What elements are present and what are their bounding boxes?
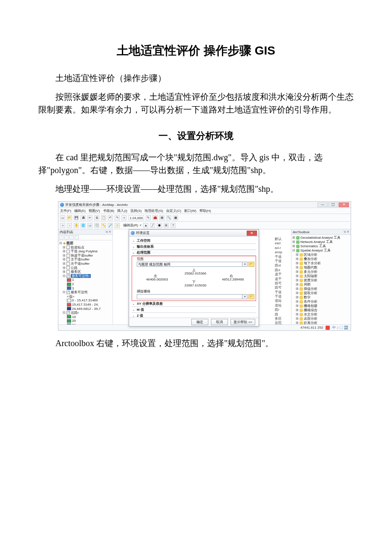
zoom-in-icon[interactable]: ＋: [60, 223, 65, 228]
cat-processing-extent[interactable]: ⌄ 处理范围: [132, 250, 256, 256]
env-category[interactable]: ⌄输出坐标系: [132, 244, 256, 250]
toolbox-node[interactable]: ⊞ 密度分析: [292, 278, 350, 283]
tree-row[interactable]: 10: [59, 315, 112, 319]
print-icon[interactable]: 🖶: [81, 215, 86, 220]
toolbox-node[interactable]: ⊞ 数学: [292, 295, 350, 300]
menu-item[interactable]: 视图(V): [89, 208, 100, 213]
menu-item[interactable]: 插入(I): [117, 208, 127, 213]
menu-item[interactable]: 书签(B): [103, 208, 115, 213]
env-category[interactable]: ⌄工作空间: [132, 238, 256, 244]
tree-row[interactable]: 24,449.6812 - 39,7: [59, 307, 112, 311]
toolbox-node[interactable]: ⊞ Geostatistical Analyst 工具: [292, 236, 350, 240]
snap-browse-icon[interactable]: 📂: [248, 294, 254, 299]
menu-item[interactable]: 帮助(H): [199, 208, 211, 213]
tree-row[interactable]: 20: [59, 319, 112, 323]
toolbox-node[interactable]: ⊞ 条件分析: [292, 300, 350, 304]
list-by-source-icon[interactable]: [64, 235, 69, 240]
ok-button[interactable]: 确定: [191, 319, 208, 325]
net-icon[interactable]: ⊞: [164, 223, 169, 228]
menu-item[interactable]: 地理处理(G): [144, 208, 163, 213]
toolbox-icon[interactable]: 🧰: [153, 215, 158, 220]
redo-icon[interactable]: ↷: [115, 215, 120, 220]
na-icon[interactable]: ⬣: [157, 223, 162, 228]
close-button[interactable]: ✕: [339, 202, 349, 207]
tree-row[interactable]: ⊞ 轨道站点: [59, 246, 112, 250]
toolbox-node[interactable]: ⊞ 地图代数: [292, 266, 350, 270]
toc-tree[interactable]: ⊟◆ 图层⊞ 轨道站点⊞ 干道.dwg Polyline⊞ 快速干道buffer…: [58, 240, 112, 324]
tree-row[interactable]: 3: [59, 286, 112, 291]
extent-dropdown-icon[interactable]: ▾: [242, 262, 248, 267]
list-by-drawing-icon[interactable]: [59, 235, 63, 240]
search-icon[interactable]: 🔍: [166, 215, 171, 220]
toolbox-node[interactable]: ⊞ 提取分析: [292, 291, 350, 295]
toolbox-node[interactable]: ⊞ 距离分析: [292, 321, 350, 324]
tree-row[interactable]: 15,417.3149 - 24,: [59, 303, 112, 307]
maximize-button[interactable]: ▢: [328, 202, 338, 207]
catalog-icon[interactable]: ▤: [159, 215, 164, 220]
snap-dropdown-icon[interactable]: ▾: [242, 294, 248, 299]
minimize-button[interactable]: —: [317, 202, 328, 207]
open-icon[interactable]: 📂: [67, 215, 72, 220]
tree-row[interactable]: ⊟ 运路r: [59, 311, 112, 315]
list-by-selection-icon[interactable]: [75, 235, 79, 240]
copy-icon[interactable]: ⧉: [94, 215, 99, 220]
toolbox-node[interactable]: ⊞ 区域分析: [292, 253, 350, 257]
zoom-out-icon[interactable]: －: [67, 223, 72, 228]
pan-icon[interactable]: ✋: [74, 223, 79, 228]
toolbox-node[interactable]: ⊞ 水文分析: [292, 312, 350, 317]
help-icon[interactable]: ?: [170, 223, 176, 228]
snap-raster-combo[interactable]: [137, 294, 242, 299]
toolbox-node[interactable]: ⊞ 太阳辐射: [292, 274, 350, 278]
tree-row[interactable]: 1: [59, 278, 112, 282]
tree-row[interactable]: ⊞ 公路: [59, 266, 112, 270]
menu-item[interactable]: 选择(S): [130, 208, 142, 213]
toolbox-node[interactable]: ⊞ 栅格创建: [292, 304, 350, 308]
menu-item[interactable]: 文件(F): [60, 208, 71, 213]
dialog-close-button[interactable]: ✕: [247, 231, 257, 236]
tree-row[interactable]: 30: [59, 323, 112, 324]
toolbox-node[interactable]: ⊟ Spatial Analyst 工具: [292, 249, 350, 253]
extent-browse-icon[interactable]: 📂: [248, 262, 254, 267]
python-icon[interactable]: ▦: [173, 215, 178, 220]
tree-row[interactable]: 2: [59, 282, 112, 286]
tree-row[interactable]: ⊞ 干道.dwg Polyline: [59, 249, 112, 254]
find-icon[interactable]: 🔎: [108, 223, 113, 228]
scale-combo[interactable]: 1:24,000: [128, 215, 144, 220]
show-help-button[interactable]: 显示帮助 >>: [231, 319, 255, 325]
measure-icon[interactable]: 📏: [101, 223, 106, 228]
save-icon[interactable]: 💾: [74, 215, 79, 220]
env-category[interactable]: ⌄M 值: [132, 307, 256, 313]
toolbox-pin-icon[interactable]: ⇲ ✕: [343, 230, 349, 234]
new-doc-icon[interactable]: ▭: [60, 215, 65, 220]
toolbox-node[interactable]: ⊞ 局部: [292, 283, 350, 287]
tree-row[interactable]: ⊟ 服务可达性: [59, 290, 112, 295]
paste-icon[interactable]: 📋: [101, 215, 106, 220]
env-category[interactable]: ⌄Z 值: [132, 313, 256, 318]
toolbox-node[interactable]: ⊞ 表面分析: [292, 317, 350, 321]
toolbox-node[interactable]: ⊞ 栅格综合: [292, 308, 350, 312]
cancel-button[interactable]: 取消: [211, 319, 228, 325]
select-icon[interactable]: ▭: [87, 223, 92, 228]
menu-item[interactable]: 编辑(E): [74, 208, 86, 213]
tree-row[interactable]: ⊞ 快速干道buffer: [59, 254, 112, 258]
toolbox-node[interactable]: ⊞ 叠加分析: [292, 257, 350, 261]
add-data-icon[interactable]: ＋: [121, 215, 127, 220]
full-extent-icon[interactable]: 🌐: [81, 223, 86, 228]
tree-row[interactable]: ⊞ 主干道buffer: [59, 257, 112, 262]
menu-item[interactable]: 自定义(C): [166, 208, 181, 213]
tree-row[interactable]: 0 - 15,417.31489: [59, 298, 112, 303]
pin-icon[interactable]: ⇲ ✕: [105, 230, 111, 234]
toolbox-node[interactable]: ⊞ 多元分析: [292, 270, 350, 274]
tree-row[interactable]: <值>: [59, 295, 112, 299]
identify-icon[interactable]: ⓘ: [94, 223, 99, 228]
tree-row[interactable]: ⊞ 服务区: [59, 270, 112, 274]
cut-icon[interactable]: ✂: [87, 215, 92, 220]
toolbox-node[interactable]: ⊞ 插值分析: [292, 287, 350, 291]
toolbox-tree[interactable]: ⊞ Geostatistical Analyst 工具⊞ Network Ana…: [291, 235, 351, 324]
env-category[interactable]: ⌄XY 分辨率及容差: [132, 301, 256, 307]
hyperlink-icon[interactable]: ⚡: [115, 223, 120, 228]
toolbox-node[interactable]: ⊞ 地下水分析: [292, 261, 350, 266]
list-by-visibility-icon[interactable]: [69, 235, 74, 240]
tray-ime-icon[interactable]: [326, 326, 330, 330]
undo-icon[interactable]: ↶: [108, 215, 113, 220]
